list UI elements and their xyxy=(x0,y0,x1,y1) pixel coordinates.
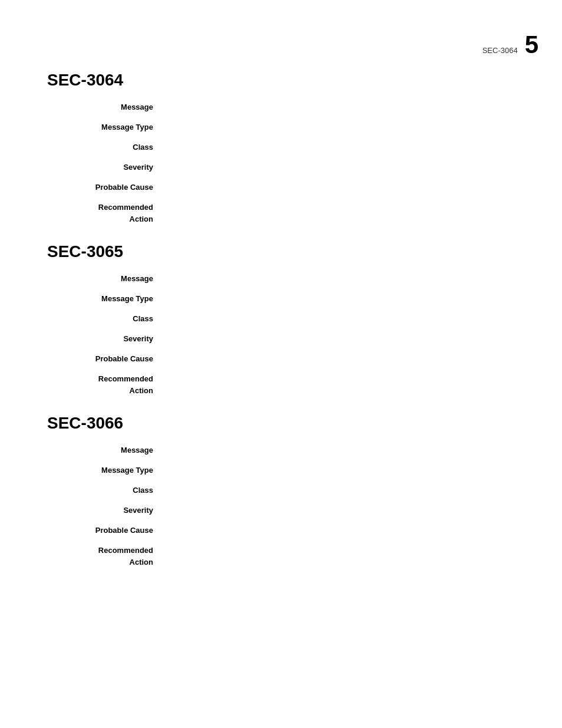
field-label: Message xyxy=(47,101,165,118)
main-content: SEC-3064MessageMessage TypeClassSeverity… xyxy=(0,0,562,621)
section-sec-3065: SEC-3065MessageMessage TypeClassSeverity… xyxy=(47,242,538,396)
field-value xyxy=(165,101,538,118)
field-row: Class xyxy=(47,485,538,501)
field-label: Message Type xyxy=(47,465,165,481)
field-value xyxy=(165,202,538,225)
field-label: Severity xyxy=(47,162,165,178)
field-value xyxy=(165,313,538,330)
field-value xyxy=(165,353,538,370)
field-value xyxy=(165,545,538,568)
field-row: Severity xyxy=(47,505,538,521)
field-value xyxy=(165,141,538,158)
field-row: Severity xyxy=(47,162,538,178)
field-label: Severity xyxy=(47,333,165,350)
field-row: Probable Cause xyxy=(47,182,538,198)
section-title-sec-3066: SEC-3066 xyxy=(47,414,538,433)
field-row: Class xyxy=(47,313,538,330)
field-label: Probable Cause xyxy=(47,525,165,541)
field-value xyxy=(165,333,538,350)
field-label: Probable Cause xyxy=(47,182,165,198)
field-value xyxy=(165,273,538,289)
field-value xyxy=(165,505,538,521)
field-row: Message xyxy=(47,273,538,289)
field-label: Class xyxy=(47,141,165,158)
field-value xyxy=(165,465,538,481)
field-value xyxy=(165,182,538,198)
field-row: Message Type xyxy=(47,121,538,138)
section-sec-3064: SEC-3064MessageMessage TypeClassSeverity… xyxy=(47,71,538,225)
field-row: RecommendedAction xyxy=(47,373,538,396)
field-label: RecommendedAction xyxy=(47,202,165,225)
field-label: Severity xyxy=(47,505,165,521)
field-value xyxy=(165,444,538,461)
field-row: RecommendedAction xyxy=(47,202,538,225)
field-label: RecommendedAction xyxy=(47,373,165,396)
section-title-sec-3065: SEC-3065 xyxy=(47,242,538,261)
field-label: Message Type xyxy=(47,293,165,309)
field-value xyxy=(165,525,538,541)
field-label: Class xyxy=(47,313,165,330)
field-value xyxy=(165,373,538,396)
field-row: Message Type xyxy=(47,293,538,309)
field-row: Message xyxy=(47,101,538,118)
field-row: Severity xyxy=(47,333,538,350)
field-label: RecommendedAction xyxy=(47,545,165,568)
field-label: Probable Cause xyxy=(47,353,165,370)
field-label: Message xyxy=(47,444,165,461)
field-value xyxy=(165,485,538,501)
field-label: Message Type xyxy=(47,121,165,138)
field-row: Class xyxy=(47,141,538,158)
field-row: Message Type xyxy=(47,465,538,481)
field-value xyxy=(165,162,538,178)
field-value xyxy=(165,293,538,309)
field-value xyxy=(165,121,538,138)
field-label: Class xyxy=(47,485,165,501)
field-row: RecommendedAction xyxy=(47,545,538,568)
field-row: Message xyxy=(47,444,538,461)
field-row: Probable Cause xyxy=(47,353,538,370)
field-row: Probable Cause xyxy=(47,525,538,541)
section-title-sec-3064: SEC-3064 xyxy=(47,71,538,90)
page-header: SEC-3064 5 xyxy=(482,32,538,57)
section-sec-3066: SEC-3066MessageMessage TypeClassSeverity… xyxy=(47,414,538,568)
field-label: Message xyxy=(47,273,165,289)
header-code: SEC-3064 xyxy=(482,46,518,55)
header-page: 5 xyxy=(525,32,538,57)
